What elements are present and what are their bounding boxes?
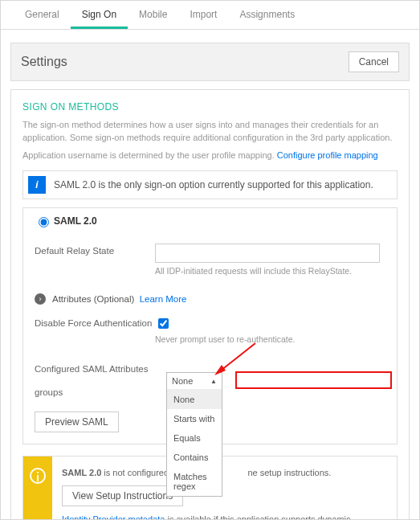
info-banner: i SAML 2.0 is the only sign-on option cu… [22,170,398,199]
relay-state-label: Default Relay State [35,244,155,256]
tab-signon[interactable]: Sign On [71,1,128,29]
profile-mapping-text: Application username is determined by th… [22,149,398,162]
dropdown-selected[interactable]: None ▲ [167,373,222,390]
view-setup-instructions-button[interactable]: View Setup Instructions [62,485,183,506]
cancel-button[interactable]: Cancel [349,51,399,72]
sign-on-methods-description: The sign-on method determines how a user… [22,119,398,145]
disable-auth-row: Disable Force Authentication Never promp… [35,316,385,344]
settings-title: Settings [21,55,67,69]
info-icon: i [28,176,46,194]
saml-radio-row[interactable]: SAML 2.0 [35,215,385,232]
attributes-row[interactable]: › Attributes (Optional) Learn More [35,293,385,305]
warning-stripe [23,457,52,520]
tab-assignments[interactable]: Assignments [228,1,306,29]
relay-state-hint: All IDP-initiated requests will include … [155,266,385,276]
disable-auth-label: Disable Force Authentication [35,316,155,328]
dropdown-selected-text: None [172,376,193,386]
profile-mapping-prefix: Application username is determined by th… [22,150,277,160]
dropdown-option-equals[interactable]: Equals [167,428,222,448]
disable-auth-checkbox[interactable] [158,318,169,329]
tab-bar: General Sign On Mobile Import Assignment… [1,1,419,30]
info-banner-text: SAML 2.0 is the only sign-on option curr… [54,179,373,190]
relay-state-row: Default Relay State All IDP-initiated re… [35,244,385,276]
preview-saml-button[interactable]: Preview SAML [35,411,119,432]
disable-auth-hint: Never prompt user to re-authenticate. [155,334,385,344]
learn-more-link[interactable]: Learn More [140,294,187,304]
sign-on-methods-heading: SIGN ON METHODS [22,101,398,113]
dropdown-option-none[interactable]: None [167,390,222,409]
dropdown-option-matches-regex[interactable]: Matches regex [167,467,222,496]
warning-text-suffix: ne setup instructions. [247,468,331,477]
warning-text-bold: SAML 2.0 [62,468,101,477]
configure-profile-mapping-link[interactable]: Configure profile mapping [277,150,378,160]
relay-state-input[interactable] [155,244,380,263]
attributes-label: Attributes (Optional) [52,294,134,304]
warning-icon [30,468,46,484]
settings-header: Settings Cancel [10,43,410,81]
metadata-text: Identity Provider metadata is available … [62,514,387,520]
dropdown-option-starts-with[interactable]: Starts with [167,409,222,428]
chevron-right-icon: › [35,293,46,305]
saml-radio[interactable] [39,217,49,227]
chevron-up-icon: ▲ [210,378,217,385]
tab-mobile[interactable]: Mobile [128,1,178,29]
tab-import[interactable]: Import [178,1,228,29]
configured-attrs-label: Configured SAML Attributes [35,362,155,374]
groups-label: groups [35,385,155,397]
idp-metadata-link[interactable]: Identity Provider metadata [62,514,165,520]
warning-text: SAML 2.0 is not configured untne setup i… [62,468,387,477]
tab-general[interactable]: General [14,1,71,29]
groups-filter-dropdown[interactable]: None ▲ None Starts with Equals Contains … [166,372,222,497]
saml-radio-label: SAML 2.0 [54,215,97,227]
dropdown-option-contains[interactable]: Contains [167,448,222,467]
